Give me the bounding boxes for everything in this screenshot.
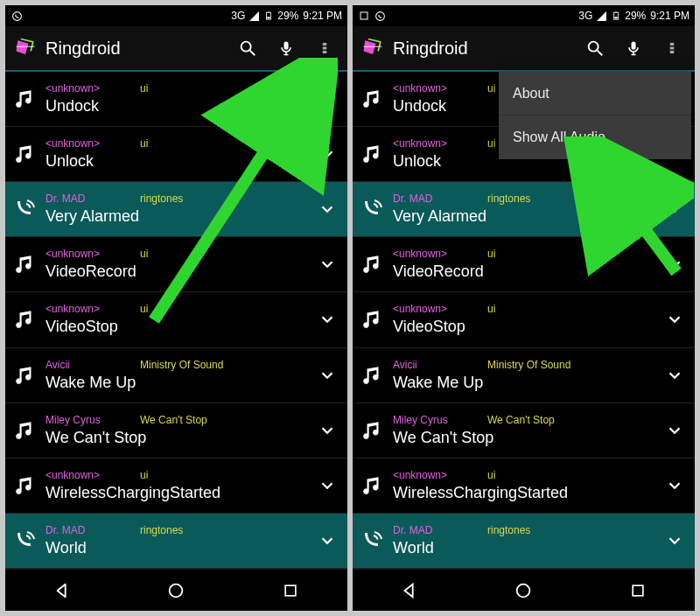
- music-note-icon: [10, 139, 40, 169]
- ringtone-icon: [358, 194, 388, 224]
- song-row[interactable]: Miley CyrusWe Can't StopWe Can't Stop: [353, 403, 695, 458]
- app-title: Ringdroid: [46, 38, 228, 59]
- ringtone-icon: [10, 194, 40, 224]
- song-title: Undock: [46, 96, 312, 116]
- overflow-menu: About Show All Audio: [499, 72, 691, 159]
- song-text: Dr. MADringtonesWorld: [46, 524, 312, 557]
- song-list[interactable]: <unknown>uiUndock<unknown>uiUnlockDr. MA…: [5, 72, 347, 569]
- expand-button[interactable]: [312, 139, 342, 169]
- song-text: Miley CyrusWe Can't StopWe Can't Stop: [393, 414, 660, 447]
- menu-about[interactable]: About: [499, 72, 691, 116]
- expand-button[interactable]: [312, 249, 342, 279]
- song-row[interactable]: <unknown>uiVideoRecord: [353, 237, 695, 292]
- search-button[interactable]: [576, 26, 614, 70]
- svg-rect-7: [323, 47, 327, 50]
- song-row[interactable]: AviciiMinistry Of SoundWake Me Up: [5, 348, 347, 403]
- song-title: VideoRecord: [393, 262, 660, 281]
- svg-rect-3: [268, 17, 270, 18]
- search-button[interactable]: [228, 26, 267, 70]
- song-row[interactable]: AviciiMinistry Of SoundWake Me Up: [353, 348, 695, 403]
- song-row[interactable]: <unknown>uiVideoStop: [5, 292, 347, 347]
- song-title: We Can't Stop: [393, 428, 660, 447]
- music-note-icon: [10, 84, 40, 114]
- menu-show-all-audio[interactable]: Show All Audio: [499, 116, 691, 159]
- song-artist: Dr. MAD: [46, 192, 124, 205]
- expand-button[interactable]: [660, 304, 690, 334]
- expand-button[interactable]: [660, 249, 690, 279]
- song-artist: Dr. MAD: [393, 192, 472, 205]
- battery-icon: [610, 10, 622, 22]
- expand-button[interactable]: [660, 416, 690, 445]
- back-button[interactable]: [383, 573, 436, 608]
- svg-point-0: [12, 11, 21, 20]
- song-text: AviciiMinistry Of SoundWake Me Up: [46, 359, 312, 392]
- app-title: Ringdroid: [393, 38, 576, 59]
- svg-point-9: [170, 584, 183, 597]
- song-row[interactable]: <unknown>uiWirelessChargingStarted: [5, 458, 347, 514]
- ringtone-icon: [358, 526, 388, 556]
- song-artist: <unknown>: [46, 248, 124, 260]
- song-album: ui: [140, 248, 148, 260]
- song-album: ringtones: [487, 192, 530, 205]
- expand-button[interactable]: [312, 194, 342, 224]
- song-title: WirelessChargingStarted: [46, 483, 312, 502]
- app-bar: Ringdroid: [5, 26, 347, 70]
- expand-button[interactable]: [312, 360, 342, 390]
- song-text: <unknown>uiVideoRecord: [393, 248, 660, 281]
- song-row[interactable]: Dr. MADringtonesVery Alarmed: [353, 182, 695, 237]
- svg-rect-6: [323, 43, 327, 46]
- song-artist: Avicii: [393, 359, 472, 371]
- music-note-icon: [358, 84, 388, 114]
- song-artist: Avicii: [46, 359, 124, 371]
- song-row[interactable]: <unknown>uiVideoStop: [353, 292, 695, 347]
- song-artist: <unknown>: [393, 248, 472, 260]
- svg-rect-10: [285, 585, 296, 596]
- song-row[interactable]: Dr. MADringtonesVery Alarmed: [5, 182, 347, 237]
- svg-rect-19: [670, 47, 675, 50]
- expand-button[interactable]: [660, 360, 690, 390]
- song-row[interactable]: <unknown>uiWirelessChargingStarted: [353, 458, 695, 514]
- battery-label: 29%: [277, 10, 298, 22]
- call-forward-icon: [10, 10, 23, 22]
- song-row[interactable]: <unknown>uiUnlock: [5, 127, 347, 182]
- expand-button[interactable]: [312, 471, 342, 500]
- song-text: Dr. MADringtonesVery Alarmed: [46, 192, 312, 226]
- overflow-button[interactable]: [653, 26, 691, 70]
- song-artist: <unknown>: [393, 469, 472, 481]
- song-row[interactable]: Miley CyrusWe Can't StopWe Can't Stop: [5, 403, 347, 458]
- song-title: VideoStop: [393, 317, 660, 336]
- expand-button[interactable]: [660, 471, 690, 500]
- expand-button[interactable]: [312, 416, 342, 445]
- back-button[interactable]: [36, 573, 88, 608]
- clock-label: 9:21 PM: [650, 10, 690, 22]
- svg-point-12: [375, 11, 384, 20]
- expand-button[interactable]: [312, 526, 342, 556]
- svg-rect-8: [323, 51, 327, 53]
- song-album: ui: [140, 303, 148, 315]
- song-row[interactable]: Dr. MADringtonesWorld: [353, 514, 695, 569]
- expand-button[interactable]: [660, 194, 690, 224]
- song-text: <unknown>uiVideoStop: [46, 303, 312, 336]
- expand-button[interactable]: [312, 304, 342, 334]
- song-row[interactable]: Dr. MADringtonesWorld: [5, 514, 347, 569]
- home-button[interactable]: [497, 573, 550, 608]
- song-text: Dr. MADringtonesVery Alarmed: [393, 192, 660, 226]
- recents-button[interactable]: [264, 573, 317, 608]
- overflow-button[interactable]: [305, 26, 344, 70]
- song-row[interactable]: <unknown>uiVideoRecord: [5, 237, 347, 292]
- song-title: Very Alarmed: [393, 206, 660, 226]
- song-album: ringtones: [487, 524, 530, 536]
- music-note-icon: [358, 416, 388, 445]
- svg-rect-18: [670, 43, 675, 46]
- expand-button[interactable]: [660, 526, 690, 556]
- song-row[interactable]: <unknown>uiUndock: [5, 72, 347, 127]
- voice-button[interactable]: [614, 26, 653, 70]
- home-button[interactable]: [150, 573, 202, 608]
- song-title: WirelessChargingStarted: [393, 483, 660, 502]
- voice-button[interactable]: [267, 26, 305, 70]
- song-album: ui: [140, 469, 148, 481]
- svg-rect-20: [670, 51, 675, 53]
- svg-rect-11: [360, 12, 368, 19]
- music-note-icon: [10, 249, 40, 279]
- recents-button[interactable]: [612, 573, 664, 608]
